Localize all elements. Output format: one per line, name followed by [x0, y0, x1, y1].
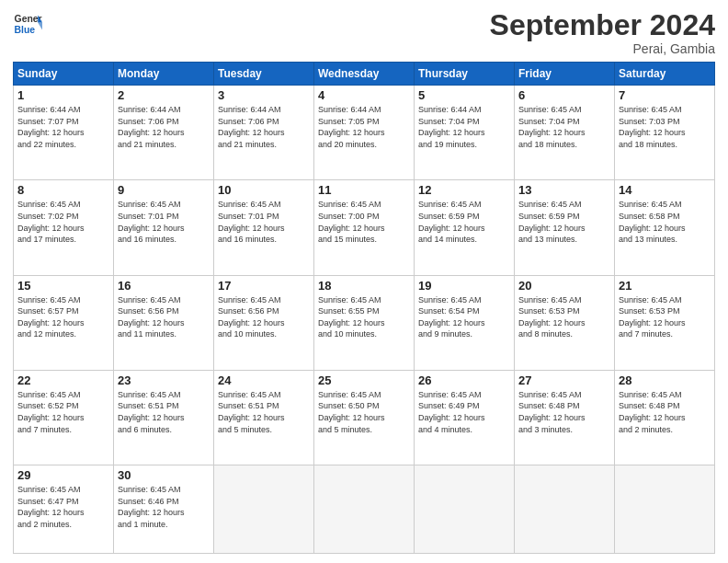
- col-header-saturday: Saturday: [615, 63, 715, 86]
- day-cell: 22Sunrise: 6:45 AM Sunset: 6:52 PM Dayli…: [14, 370, 114, 465]
- col-header-wednesday: Wednesday: [314, 63, 415, 86]
- day-cell: [515, 465, 615, 554]
- col-header-tuesday: Tuesday: [214, 63, 314, 86]
- location-subtitle: Perai, Gambia: [490, 41, 715, 56]
- day-cell: 17Sunrise: 6:45 AM Sunset: 6:56 PM Dayli…: [214, 275, 314, 370]
- page: General Blue September 2024 Perai, Gambi…: [0, 0, 728, 563]
- day-number: 8: [17, 183, 109, 197]
- day-cell: 8Sunrise: 6:45 AM Sunset: 7:02 PM Daylig…: [14, 180, 114, 275]
- day-info: Sunrise: 6:45 AM Sunset: 7:01 PM Dayligh…: [218, 199, 310, 245]
- day-number: 1: [17, 88, 109, 102]
- day-number: 12: [418, 183, 510, 197]
- logo: General Blue: [13, 9, 42, 39]
- day-cell: 30Sunrise: 6:45 AM Sunset: 6:46 PM Dayli…: [114, 465, 214, 554]
- day-number: 29: [17, 468, 109, 482]
- day-info: Sunrise: 6:45 AM Sunset: 6:51 PM Dayligh…: [118, 389, 210, 435]
- day-info: Sunrise: 6:44 AM Sunset: 7:05 PM Dayligh…: [318, 104, 410, 150]
- week-row-3: 15Sunrise: 6:45 AM Sunset: 6:57 PM Dayli…: [14, 275, 715, 370]
- day-number: 27: [518, 373, 610, 387]
- day-cell: [314, 465, 415, 554]
- month-title: September 2024: [490, 9, 715, 41]
- day-cell: 10Sunrise: 6:45 AM Sunset: 7:01 PM Dayli…: [214, 180, 314, 275]
- day-cell: 19Sunrise: 6:45 AM Sunset: 6:54 PM Dayli…: [415, 275, 515, 370]
- day-info: Sunrise: 6:45 AM Sunset: 6:53 PM Dayligh…: [518, 294, 610, 340]
- day-number: 21: [619, 279, 711, 293]
- logo-icon: General Blue: [13, 9, 42, 39]
- day-info: Sunrise: 6:45 AM Sunset: 6:47 PM Dayligh…: [17, 484, 109, 530]
- day-cell: 4Sunrise: 6:44 AM Sunset: 7:05 PM Daylig…: [314, 86, 415, 180]
- svg-marker-3: [38, 22, 42, 29]
- day-number: 6: [518, 88, 610, 102]
- header: General Blue September 2024 Perai, Gambi…: [13, 9, 715, 56]
- day-cell: 3Sunrise: 6:44 AM Sunset: 7:06 PM Daylig…: [214, 86, 314, 180]
- day-cell: 12Sunrise: 6:45 AM Sunset: 6:59 PM Dayli…: [415, 180, 515, 275]
- day-info: Sunrise: 6:45 AM Sunset: 7:03 PM Dayligh…: [619, 104, 711, 150]
- day-cell: [214, 465, 314, 554]
- day-number: 2: [118, 88, 210, 102]
- day-number: 11: [318, 183, 410, 197]
- day-number: 28: [619, 373, 711, 387]
- day-number: 18: [318, 279, 410, 293]
- day-cell: 18Sunrise: 6:45 AM Sunset: 6:55 PM Dayli…: [314, 275, 415, 370]
- day-number: 20: [518, 279, 610, 293]
- day-info: Sunrise: 6:45 AM Sunset: 6:56 PM Dayligh…: [218, 294, 310, 340]
- day-cell: 24Sunrise: 6:45 AM Sunset: 6:51 PM Dayli…: [214, 370, 314, 465]
- day-cell: 7Sunrise: 6:45 AM Sunset: 7:03 PM Daylig…: [615, 86, 715, 180]
- day-cell: 9Sunrise: 6:45 AM Sunset: 7:01 PM Daylig…: [114, 180, 214, 275]
- day-cell: [615, 465, 715, 554]
- day-info: Sunrise: 6:44 AM Sunset: 7:06 PM Dayligh…: [218, 104, 310, 150]
- day-cell: 27Sunrise: 6:45 AM Sunset: 6:48 PM Dayli…: [515, 370, 615, 465]
- day-number: 17: [218, 279, 310, 293]
- col-header-sunday: Sunday: [14, 63, 114, 86]
- day-info: Sunrise: 6:45 AM Sunset: 6:56 PM Dayligh…: [118, 294, 210, 340]
- day-info: Sunrise: 6:45 AM Sunset: 6:55 PM Dayligh…: [318, 294, 410, 340]
- day-cell: 16Sunrise: 6:45 AM Sunset: 6:56 PM Dayli…: [114, 275, 214, 370]
- week-row-1: 1Sunrise: 6:44 AM Sunset: 7:07 PM Daylig…: [14, 86, 715, 180]
- day-number: 22: [17, 373, 109, 387]
- day-info: Sunrise: 6:45 AM Sunset: 7:01 PM Dayligh…: [118, 199, 210, 245]
- day-cell: 14Sunrise: 6:45 AM Sunset: 6:58 PM Dayli…: [615, 180, 715, 275]
- week-row-4: 22Sunrise: 6:45 AM Sunset: 6:52 PM Dayli…: [14, 370, 715, 465]
- day-info: Sunrise: 6:45 AM Sunset: 7:04 PM Dayligh…: [518, 104, 610, 150]
- day-number: 15: [17, 279, 109, 293]
- col-header-thursday: Thursday: [415, 63, 515, 86]
- title-block: September 2024 Perai, Gambia: [490, 9, 715, 56]
- day-cell: 5Sunrise: 6:44 AM Sunset: 7:04 PM Daylig…: [415, 86, 515, 180]
- day-info: Sunrise: 6:45 AM Sunset: 6:58 PM Dayligh…: [619, 199, 711, 245]
- day-cell: 20Sunrise: 6:45 AM Sunset: 6:53 PM Dayli…: [515, 275, 615, 370]
- day-info: Sunrise: 6:45 AM Sunset: 6:52 PM Dayligh…: [17, 389, 109, 435]
- day-number: 26: [418, 373, 510, 387]
- day-number: 19: [418, 279, 510, 293]
- day-number: 30: [118, 468, 210, 482]
- day-info: Sunrise: 6:45 AM Sunset: 7:00 PM Dayligh…: [318, 199, 410, 245]
- week-row-5: 29Sunrise: 6:45 AM Sunset: 6:47 PM Dayli…: [14, 465, 715, 554]
- day-info: Sunrise: 6:45 AM Sunset: 6:49 PM Dayligh…: [418, 389, 510, 435]
- day-number: 24: [218, 373, 310, 387]
- day-number: 7: [619, 88, 711, 102]
- day-info: Sunrise: 6:45 AM Sunset: 6:59 PM Dayligh…: [418, 199, 510, 245]
- day-cell: 29Sunrise: 6:45 AM Sunset: 6:47 PM Dayli…: [14, 465, 114, 554]
- day-info: Sunrise: 6:45 AM Sunset: 6:48 PM Dayligh…: [518, 389, 610, 435]
- day-cell: 2Sunrise: 6:44 AM Sunset: 7:06 PM Daylig…: [114, 86, 214, 180]
- day-cell: 21Sunrise: 6:45 AM Sunset: 6:53 PM Dayli…: [615, 275, 715, 370]
- day-info: Sunrise: 6:45 AM Sunset: 6:46 PM Dayligh…: [118, 484, 210, 530]
- day-cell: 6Sunrise: 6:45 AM Sunset: 7:04 PM Daylig…: [515, 86, 615, 180]
- day-number: 10: [218, 183, 310, 197]
- day-number: 5: [418, 88, 510, 102]
- day-info: Sunrise: 6:45 AM Sunset: 6:59 PM Dayligh…: [518, 199, 610, 245]
- day-info: Sunrise: 6:45 AM Sunset: 6:51 PM Dayligh…: [218, 389, 310, 435]
- day-info: Sunrise: 6:44 AM Sunset: 7:07 PM Dayligh…: [17, 104, 109, 150]
- calendar-table: SundayMondayTuesdayWednesdayThursdayFrid…: [13, 62, 715, 554]
- header-row: SundayMondayTuesdayWednesdayThursdayFrid…: [14, 63, 715, 86]
- day-info: Sunrise: 6:45 AM Sunset: 6:48 PM Dayligh…: [619, 389, 711, 435]
- day-number: 23: [118, 373, 210, 387]
- day-number: 9: [118, 183, 210, 197]
- week-row-2: 8Sunrise: 6:45 AM Sunset: 7:02 PM Daylig…: [14, 180, 715, 275]
- day-info: Sunrise: 6:45 AM Sunset: 7:02 PM Dayligh…: [17, 199, 109, 245]
- col-header-monday: Monday: [114, 63, 214, 86]
- day-info: Sunrise: 6:45 AM Sunset: 6:50 PM Dayligh…: [318, 389, 410, 435]
- day-cell: 28Sunrise: 6:45 AM Sunset: 6:48 PM Dayli…: [615, 370, 715, 465]
- day-cell: 11Sunrise: 6:45 AM Sunset: 7:00 PM Dayli…: [314, 180, 415, 275]
- day-info: Sunrise: 6:44 AM Sunset: 7:04 PM Dayligh…: [418, 104, 510, 150]
- day-cell: 13Sunrise: 6:45 AM Sunset: 6:59 PM Dayli…: [515, 180, 615, 275]
